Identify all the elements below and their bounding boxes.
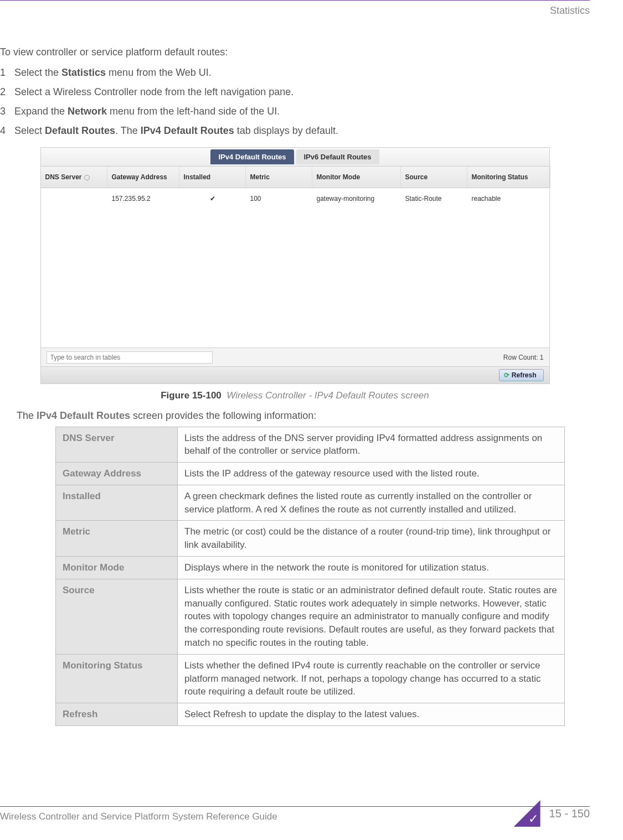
step-text: Expand the Network menu from the left-ha… [14,104,280,119]
step-text: Select the Statistics menu from the Web … [14,65,212,80]
step-num: 2 [0,85,14,100]
desc-key: Source [56,579,178,654]
footer-check-icon [514,800,540,827]
table-footer: Row Count: 1 [41,348,549,366]
desc-row-installed: InstalledA green checkmark defines the l… [56,485,565,521]
desc-val: Lists the IP address of the gateway reso… [178,463,565,485]
figure-caption: Figure 15-100 Wireless Controller - IPv4… [0,388,590,403]
desc-key: Metric [56,521,178,557]
sort-icon[interactable] [84,175,90,180]
desc-row-monitor-mode: Monitor ModeDisplays where in the networ… [56,557,565,579]
refresh-bar: ⟳ Refresh [41,366,549,383]
desc-key: Installed [56,485,178,521]
step-text: Select a Wireless Controller node from t… [14,85,294,100]
desc-key: Monitor Mode [56,557,178,579]
desc-row-refresh: RefreshSelect Refresh to update the disp… [56,703,565,726]
refresh-button[interactable]: ⟳ Refresh [499,369,544,381]
checkmark-icon: ✔ [179,188,246,209]
desc-val: A green checkmark defines the listed rou… [178,485,565,521]
table-row[interactable]: 157.235.95.2 ✔ 100 gateway-monitoring St… [41,188,549,209]
step-text: Select Default Routes. The IPv4 Default … [14,123,338,138]
desc-key: Gateway Address [56,463,178,485]
routes-screenshot: IPv4 Default Routes IPv6 Default Routes … [40,147,550,384]
desc-val: Lists the address of the DNS server prov… [178,427,565,463]
step-4: 4 Select Default Routes. The IPv4 Defaul… [0,123,590,138]
tab-ipv6[interactable]: IPv6 Default Routes [296,149,379,165]
step-3: 3 Expand the Network menu from the left-… [0,104,590,119]
description-table: DNS ServerLists the address of the DNS s… [55,427,565,727]
desc-val: The metric (or cost) could be the distan… [178,521,565,557]
pre-table-text: The IPv4 Default Routes screen provides … [17,408,590,423]
desc-val: Lists whether the defined IPv4 route is … [178,654,565,703]
row-count: Row Count: 1 [503,352,544,362]
col-dns-server[interactable]: DNS Server [41,167,107,188]
cell-metric: 100 [246,188,312,209]
page-number: 15 - 150 [549,805,590,822]
desc-row-source: SourceLists whether the route is static … [56,579,565,654]
step-1: 1 Select the Statistics menu from the We… [0,65,590,80]
search-input[interactable] [47,351,213,364]
footer-title: Wireless Controller and Service Platform… [0,810,277,824]
desc-row-gateway-address: Gateway AddressLists the IP address of t… [56,463,565,485]
col-monitor-mode[interactable]: Monitor Mode [312,167,401,188]
desc-key: DNS Server [56,427,178,463]
desc-row-metric: MetricThe metric (or cost) could be the … [56,521,565,557]
step-num: 3 [0,104,14,119]
desc-val: Lists whether the route is static or an … [178,579,565,654]
tab-ipv4[interactable]: IPv4 Default Routes [210,149,294,165]
page-header-section: Statistics [550,3,590,18]
col-source[interactable]: Source [401,167,467,188]
refresh-icon: ⟳ [504,371,509,379]
desc-row-monitoring-status: Monitoring StatusLists whether the defin… [56,654,565,703]
desc-key: Monitoring Status [56,654,178,703]
footer-page: 15 - 150 [514,800,590,827]
desc-val: Select Refresh to update the display to … [178,703,565,726]
intro-text: To view controller or service platform d… [0,45,590,60]
col-installed[interactable]: Installed [179,167,246,188]
col-monitoring-status[interactable]: Monitoring Status [467,167,550,188]
cell-source: Static-Route [401,188,467,209]
refresh-label: Refresh [512,371,537,379]
desc-row-dns-server: DNS ServerLists the address of the DNS s… [56,427,565,463]
desc-key: Refresh [56,703,178,726]
step-num: 4 [0,123,14,138]
tab-bar: IPv4 Default Routes IPv6 Default Routes [41,148,549,167]
col-metric[interactable]: Metric [246,167,312,188]
cell-status: reachable [467,188,550,209]
cell-dns [41,188,107,209]
step-2: 2 Select a Wireless Controller node from… [0,85,590,100]
col-gateway-address[interactable]: Gateway Address [107,167,179,188]
step-num: 1 [0,65,14,80]
desc-val: Displays where in the network the route … [178,557,565,579]
cell-gateway: 157.235.95.2 [107,188,179,209]
table-empty-area [41,209,549,348]
table-header-row: DNS Server Gateway Address Installed Met… [41,167,549,188]
cell-monitor: gateway-monitoring [312,188,401,209]
